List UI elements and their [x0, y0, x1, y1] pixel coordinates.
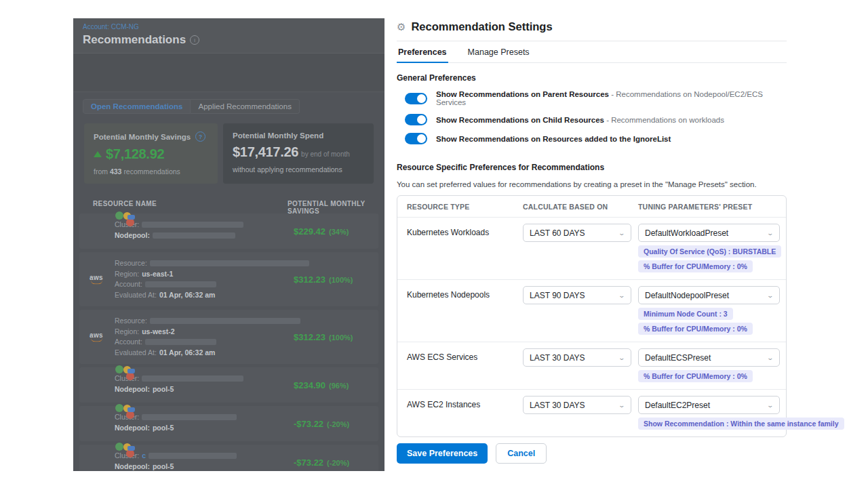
savings-value: $7,128.92	[106, 146, 164, 162]
select-value: DefaultNodepoolPreset	[645, 291, 729, 300]
resource-type-label: Kubernetes Nodepools	[407, 286, 523, 300]
resource-label: Resource:	[115, 258, 147, 269]
evaluated-at-label: Evaluated At:	[115, 348, 157, 359]
gear-icon: ⚙	[397, 21, 406, 33]
select-value: DefaultECSPreset	[645, 353, 711, 363]
savings-sub-suffix: recommendations	[123, 167, 180, 176]
table-row[interactable]: Cluster: Nodepool:pool-5 -$73.22(-20%)	[79, 406, 378, 441]
aws-icon: aws	[88, 332, 104, 342]
redacted-value	[142, 222, 243, 228]
toggle-child-resources[interactable]	[405, 114, 427, 125]
chevron-down-icon: ⌄	[618, 230, 626, 237]
savings-count: 433	[110, 167, 122, 176]
region-value: us-west-2	[142, 327, 174, 338]
recommendations-page-dimmed: Account: CCM-NG Recommendations i Open R…	[73, 18, 384, 471]
account-label: Account:	[115, 279, 142, 290]
info-icon[interactable]: i	[190, 35, 199, 45]
preset-badge: % Buffer for CPU/Memory : 0%	[638, 323, 753, 335]
redacted-value	[150, 318, 300, 324]
redacted-value	[142, 375, 243, 382]
toggle-label-rest: - Recommendations on workloads	[604, 116, 724, 124]
spend-subtitle: without applying recommendations	[233, 165, 364, 174]
page-header: Account: CCM-NG Recommendations i	[73, 18, 384, 54]
calculate-window-select[interactable]: LAST 30 DAYS⌄	[523, 396, 631, 414]
select-value: LAST 30 DAYS	[530, 353, 585, 363]
preset-badge: Minimum Node Count : 3	[638, 308, 733, 320]
column-potential-monthly-savings: POTENTIAL MONTHLY SAVINGS	[288, 200, 384, 215]
help-icon[interactable]: ?	[195, 131, 205, 142]
savings-percent: (-20%)	[327, 459, 349, 467]
resource-type-label: AWS ECS Services	[407, 348, 523, 362]
chevron-down-icon: ⌄	[767, 402, 774, 409]
recommendation-settings-panel: ⚙ Recommendation Settings Preferences Ma…	[384, 0, 868, 488]
redacted-value	[149, 453, 237, 459]
savings-percent: (100%)	[329, 333, 353, 342]
chevron-down-icon: ⌄	[618, 292, 626, 299]
toggle-label-bold: Show Recommendations on Child Resources	[436, 116, 604, 124]
redacted-value	[150, 260, 309, 266]
redacted-value	[145, 339, 216, 345]
savings-amount: $234.90	[294, 380, 326, 390]
save-preferences-button[interactable]: Save Preferences	[397, 443, 488, 464]
table-row: Kubernetes Workloads LAST 60 DAYS⌄ Defau…	[397, 218, 786, 280]
table-row[interactable]: Cluster: Nodepool:pool-5 $234.90(96%)	[79, 367, 378, 403]
table-row: AWS EC2 Instances LAST 30 DAYS⌄ DefaultE…	[397, 390, 786, 436]
savings-percent: (96%)	[329, 382, 349, 390]
nodepool-label: Nodepool:	[115, 423, 150, 434]
preset-select[interactable]: DefaultECSPreset⌄	[638, 348, 780, 367]
toggle-label-bold: Show Recommendations on Parent Resources	[436, 90, 609, 98]
nodepool-value: pool-5	[153, 384, 174, 395]
redacted-value	[142, 414, 237, 420]
settings-tabs: Preferences Manage Presets	[397, 41, 787, 63]
savings-percent: (34%)	[329, 228, 349, 236]
settings-title: Recommendation Settings	[411, 20, 552, 33]
nodepool-label: Nodepool:	[115, 384, 150, 395]
preset-select[interactable]: DefaultEC2Preset⌄	[638, 396, 780, 414]
table-row[interactable]: Cluster:c Nodepool:pool-5 -$73.22(-20%)	[79, 445, 378, 471]
calculate-window-select[interactable]: LAST 30 DAYS⌄	[523, 348, 631, 367]
resource-preferences-description: You can set preferred values for recomme…	[397, 180, 787, 188]
table-row[interactable]: aws Resource: Region:us-east-1 Account: …	[79, 252, 378, 306]
savings-amount: $312.23	[294, 332, 326, 342]
calculate-window-select[interactable]: LAST 90 DAYS⌄	[523, 286, 631, 304]
select-value: DefaultWorkloadPreset	[645, 228, 728, 238]
account-label: Account:	[115, 337, 142, 348]
redacted-value	[145, 281, 216, 287]
spend-value: $17,417.26	[233, 144, 298, 159]
chevron-down-icon: ⌄	[767, 230, 774, 237]
region-value: us-east-1	[142, 269, 173, 280]
general-preferences-heading: General Preferences	[397, 73, 787, 83]
select-value: LAST 60 DAYS	[530, 228, 585, 238]
savings-amount: -$73.22	[294, 458, 323, 468]
preset-select[interactable]: DefaultNodepoolPreset⌄	[638, 286, 780, 304]
toggle-label-bold: Show Recommendations on Resources added …	[436, 135, 671, 143]
cluster-value: c	[142, 451, 146, 462]
toggle-ignorelist-resources[interactable]	[405, 133, 427, 144]
table-header: RESOURCE NAME POTENTIAL MONTHLY SAVINGS	[73, 192, 384, 214]
table-row[interactable]: Cluster: Nodepool: $229.42(34%)	[79, 214, 378, 249]
account-breadcrumb[interactable]: Account: CCM-NG	[83, 23, 375, 30]
tab-open-recommendations[interactable]: Open Recommendations	[83, 99, 191, 114]
spend-card-title: Potential Monthly Spend	[233, 131, 323, 140]
tab-preferences[interactable]: Preferences	[397, 41, 448, 62]
toggle-parent-resources[interactable]	[405, 93, 427, 104]
tab-manage-presets[interactable]: Manage Presets	[467, 41, 531, 62]
potential-monthly-savings-card: Potential Monthly Savings ? $7,128.92 fr…	[84, 123, 218, 184]
savings-sub-prefix: from	[94, 167, 108, 176]
chevron-down-icon: ⌄	[618, 402, 626, 409]
resource-preferences-heading: Resource Specific Preferences for Recomm…	[397, 163, 787, 172]
tab-applied-recommendations[interactable]: Applied Recommendations	[191, 99, 299, 114]
preset-select[interactable]: DefaultWorkloadPreset⌄	[638, 224, 780, 242]
nodepool-value: pool-5	[153, 423, 174, 434]
cancel-button[interactable]: Cancel	[496, 443, 547, 464]
select-value: DefaultEC2Preset	[645, 401, 710, 410]
savings-card-title: Potential Monthly Savings	[94, 133, 191, 141]
spend-value-suffix: by end of month	[301, 150, 350, 158]
redacted-value	[153, 232, 235, 239]
table-row: AWS ECS Services LAST 30 DAYS⌄ DefaultEC…	[397, 342, 786, 390]
chevron-down-icon: ⌄	[618, 354, 626, 361]
chevron-down-icon: ⌄	[767, 354, 774, 361]
savings-percent: (100%)	[329, 276, 353, 284]
table-row[interactable]: aws Resource: Region:us-west-2 Account: …	[79, 310, 378, 364]
calculate-window-select[interactable]: LAST 60 DAYS⌄	[523, 224, 631, 242]
